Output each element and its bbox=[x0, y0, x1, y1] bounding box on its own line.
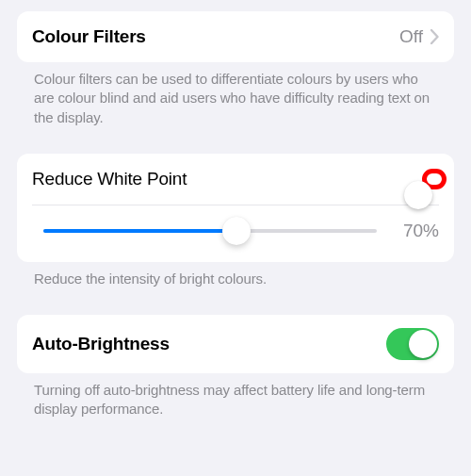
auto-brightness-card: Auto-Brightness bbox=[17, 315, 454, 373]
reduce-white-point-card: Reduce White Point 70% bbox=[17, 154, 454, 262]
auto-brightness-row: Auto-Brightness bbox=[17, 315, 454, 373]
auto-brightness-title: Auto-Brightness bbox=[32, 334, 170, 354]
toggle-knob-icon bbox=[404, 181, 432, 209]
auto-brightness-caption: Turning off auto-brightness may affect b… bbox=[17, 373, 454, 419]
colour-filters-card: Colour Filters Off bbox=[17, 11, 454, 62]
white-point-slider-row: 70% bbox=[17, 205, 454, 262]
slider-track-fill bbox=[43, 229, 236, 233]
reduce-white-point-row: Reduce White Point bbox=[17, 154, 454, 205]
colour-filters-title: Colour Filters bbox=[32, 26, 146, 47]
reduce-white-point-title: Reduce White Point bbox=[32, 169, 187, 189]
white-point-slider[interactable] bbox=[43, 217, 377, 245]
toggle-knob-icon bbox=[409, 330, 437, 358]
colour-filters-value: Off bbox=[399, 26, 423, 47]
reduce-white-point-caption: Reduce the intensity of bright colours. bbox=[17, 262, 454, 288]
white-point-percent: 70% bbox=[394, 221, 439, 241]
colour-filters-row[interactable]: Colour Filters Off bbox=[17, 11, 454, 62]
colour-filters-value-wrap: Off bbox=[399, 26, 439, 47]
auto-brightness-toggle[interactable] bbox=[386, 328, 439, 360]
chevron-right-icon bbox=[430, 29, 439, 44]
tutorial-highlight-box bbox=[422, 169, 447, 189]
colour-filters-caption: Colour filters can be used to differenti… bbox=[17, 62, 454, 127]
slider-thumb-icon[interactable] bbox=[222, 217, 251, 245]
